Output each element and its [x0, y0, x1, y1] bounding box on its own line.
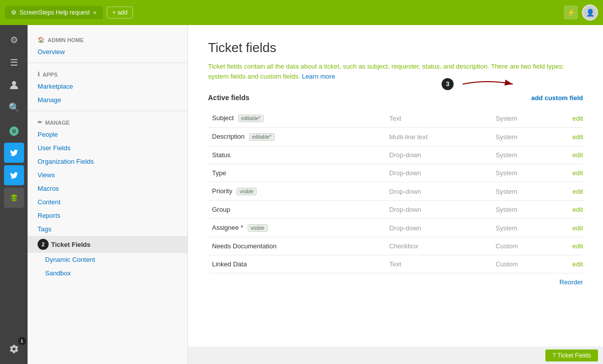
- field-category-cell: System: [492, 128, 562, 146]
- nav-user-fields[interactable]: User Fields: [28, 141, 187, 155]
- page-description: Ticket fields contain all the data about…: [208, 62, 583, 81]
- nav-views[interactable]: Views: [28, 168, 187, 182]
- field-type-cell: Drop-down: [385, 164, 492, 182]
- table-row: Type Drop-down System edit: [208, 164, 583, 182]
- apps-section-title: ℹ APPS: [28, 67, 187, 80]
- help-button[interactable]: ? Ticket Fields: [545, 349, 598, 361]
- field-edit-cell: edit: [562, 201, 583, 219]
- edit-link[interactable]: edit: [572, 115, 583, 122]
- edit-link[interactable]: edit: [572, 206, 583, 213]
- page-title: Ticket fields: [208, 40, 583, 56]
- sidebar-app-icon[interactable]: [4, 188, 24, 208]
- nav-organization-fields[interactable]: Organization Fields: [28, 155, 187, 168]
- sidebar-bottom-settings-icon[interactable]: 1: [4, 339, 24, 359]
- field-badge: editable*: [249, 133, 275, 141]
- step3-badge: 3: [442, 78, 454, 90]
- bottom-bar: ? Ticket Fields: [188, 346, 603, 364]
- field-name-cell: Linked Data: [208, 255, 385, 273]
- field-category-cell: System: [492, 146, 562, 164]
- active-tab[interactable]: ⚙ ScreenSteps Help request ✕: [5, 6, 103, 19]
- nav-manage[interactable]: Manage: [28, 93, 187, 107]
- field-badge: visible: [248, 224, 268, 232]
- field-category-cell: System: [492, 201, 562, 219]
- nav-sandbox[interactable]: Sandbox: [28, 266, 187, 280]
- edit-link[interactable]: edit: [572, 188, 583, 195]
- field-edit-cell: edit: [562, 164, 583, 182]
- active-fields-label: Active fields: [208, 94, 249, 102]
- field-edit-cell: edit: [562, 182, 583, 201]
- manage-section-title: ✏ MANAGE: [28, 115, 187, 128]
- sidebar-search-icon[interactable]: 🔍: [4, 98, 24, 118]
- nav-overview[interactable]: Overview: [28, 45, 187, 59]
- step2-badge: 2: [38, 239, 49, 250]
- sidebar-bird1-icon[interactable]: [4, 120, 24, 140]
- field-edit-cell: edit: [562, 146, 583, 164]
- admin-home-section: 🏠 ADMIN HOME: [28, 33, 187, 45]
- field-type-cell: Multi-line text: [385, 128, 492, 146]
- icon-sidebar: ⚙ ☰ 🔍: [0, 25, 28, 364]
- nav-dynamic-content[interactable]: Dynamic Content: [28, 253, 187, 266]
- field-type-cell: Drop-down: [385, 219, 492, 237]
- field-name-cell: Type: [208, 164, 385, 182]
- field-badge: visible: [237, 188, 257, 195]
- field-category-cell: System: [492, 164, 562, 182]
- sidebar-settings-icon[interactable]: ⚙: [4, 30, 24, 50]
- nav-ticket-fields[interactable]: 2 Ticket Fields: [28, 236, 187, 253]
- nav-tags[interactable]: Tags: [28, 222, 187, 236]
- edit-link[interactable]: edit: [572, 169, 583, 177]
- field-edit-cell: edit: [562, 237, 583, 255]
- nav-content[interactable]: Content: [28, 195, 187, 209]
- table-row: Assignee * visible Drop-down System edit: [208, 219, 583, 237]
- add-custom-field-link[interactable]: add custom field: [531, 94, 583, 102]
- field-edit-cell: edit: [562, 255, 583, 273]
- learn-more-link[interactable]: Learn more: [302, 73, 335, 80]
- table-row: Status Drop-down System edit: [208, 146, 583, 164]
- top-bar: ⚙ ScreenSteps Help request ✕ + add ⚡ 👤: [0, 0, 603, 25]
- edit-link[interactable]: edit: [572, 260, 583, 268]
- field-edit-cell: edit: [562, 109, 583, 128]
- nav-macros[interactable]: Macros: [28, 182, 187, 195]
- home-icon: 🏠: [38, 37, 45, 43]
- top-bar-right: ⚡ 👤: [564, 5, 598, 21]
- field-type-cell: Text: [385, 255, 492, 273]
- edit-link[interactable]: edit: [572, 133, 583, 141]
- field-type-cell: Checkbox: [385, 237, 492, 255]
- sidebar-menu-icon[interactable]: ☰: [4, 53, 24, 73]
- reorder-link[interactable]: Reorder: [208, 278, 583, 286]
- edit-link[interactable]: edit: [572, 242, 583, 250]
- nav-people[interactable]: People: [28, 128, 187, 141]
- field-edit-cell: edit: [562, 219, 583, 237]
- add-tab-button[interactable]: + add: [107, 7, 133, 19]
- topbar-icon-btn[interactable]: ⚡: [564, 6, 578, 20]
- field-name-cell: Subject editable*: [208, 109, 385, 128]
- user-avatar[interactable]: 👤: [582, 5, 598, 21]
- field-type-cell: Text: [385, 109, 492, 128]
- step1-badge: 1: [18, 337, 26, 345]
- main-layout: ⚙ ☰ 🔍: [0, 25, 603, 364]
- field-category-cell: Custom: [492, 237, 562, 255]
- main-content: Ticket fields Ticket fields contain all …: [188, 25, 603, 364]
- table-row: Linked Data Text Custom edit: [208, 255, 583, 273]
- sidebar-people-icon[interactable]: [4, 75, 24, 95]
- field-name-cell: Description editable*: [208, 128, 385, 146]
- nav-marketplace[interactable]: Marketplace: [28, 80, 187, 93]
- active-fields-header: Active fields 3 add custom fi: [208, 94, 583, 102]
- field-category-cell: System: [492, 182, 562, 201]
- fields-table: Subject editable* Text System edit Descr…: [208, 109, 583, 273]
- edit-link[interactable]: edit: [572, 151, 583, 159]
- field-type-cell: Drop-down: [385, 146, 492, 164]
- gear-tab-icon: ⚙: [11, 9, 17, 16]
- svg-point-0: [12, 81, 16, 85]
- table-row: Group Drop-down System edit: [208, 201, 583, 219]
- table-row: Description editable* Multi-line text Sy…: [208, 128, 583, 146]
- sidebar-twitter2-icon[interactable]: [4, 165, 24, 185]
- sidebar-twitter-icon[interactable]: [4, 143, 24, 163]
- nav-reports[interactable]: Reports: [28, 209, 187, 222]
- table-row: Needs Documentation Checkbox Custom edit: [208, 237, 583, 255]
- manage-icon: ✏: [38, 119, 42, 126]
- field-category-cell: Custom: [492, 255, 562, 273]
- table-row: Subject editable* Text System edit: [208, 109, 583, 128]
- tab-close-icon[interactable]: ✕: [93, 10, 97, 16]
- field-name-cell: Needs Documentation: [208, 237, 385, 255]
- edit-link[interactable]: edit: [572, 224, 583, 232]
